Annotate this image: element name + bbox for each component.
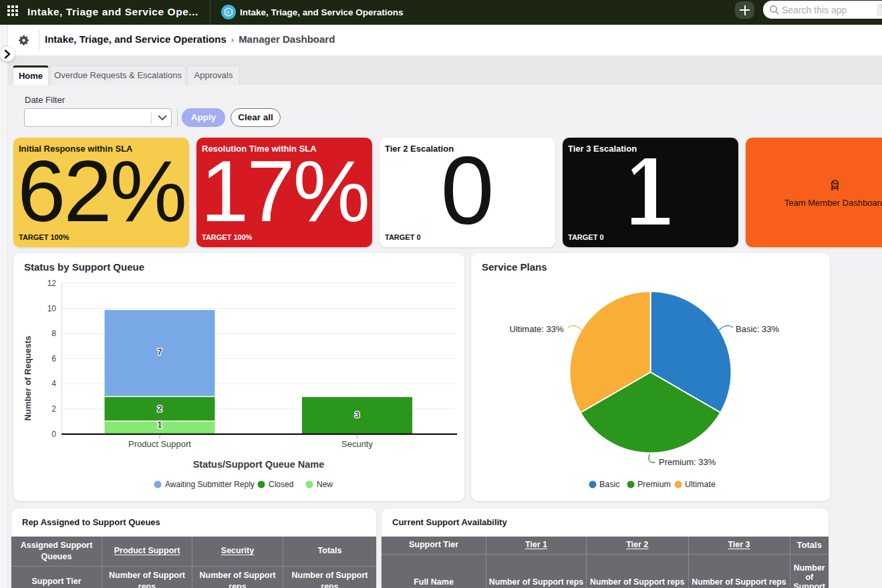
svg-text:8: 8 (51, 329, 56, 338)
svg-text:10: 10 (47, 304, 57, 313)
svg-text:3: 3 (355, 410, 360, 420)
svg-text:1: 1 (157, 420, 162, 430)
svg-text:0: 0 (51, 430, 56, 439)
svg-text:Number of Requests: Number of Requests (23, 335, 33, 420)
svg-text:Closed: Closed (269, 480, 293, 489)
svg-text:2: 2 (157, 404, 162, 414)
svg-text:New: New (317, 480, 333, 489)
svg-text:4: 4 (51, 379, 56, 388)
svg-text:12: 12 (47, 279, 57, 288)
svg-text:Awaiting Submitter Reply: Awaiting Submitter Reply (165, 480, 255, 489)
svg-text:7: 7 (157, 347, 162, 357)
svg-text:6: 6 (51, 354, 56, 363)
svg-text:2: 2 (51, 404, 56, 414)
svg-text:Security: Security (341, 439, 373, 449)
svg-text:Ultimate: 33%: Ultimate: 33% (510, 324, 564, 334)
svg-text:Status/Support Queue Name: Status/Support Queue Name (193, 459, 325, 470)
svg-text:Ultimate: Ultimate (685, 480, 716, 489)
svg-text:Premium: Premium (637, 480, 671, 489)
svg-text:Basic: 33%: Basic: 33% (736, 324, 779, 334)
svg-text:Basic: Basic (599, 480, 620, 489)
svg-text:Product Support: Product Support (128, 439, 191, 449)
svg-text:Premium: 33%: Premium: 33% (659, 457, 716, 467)
